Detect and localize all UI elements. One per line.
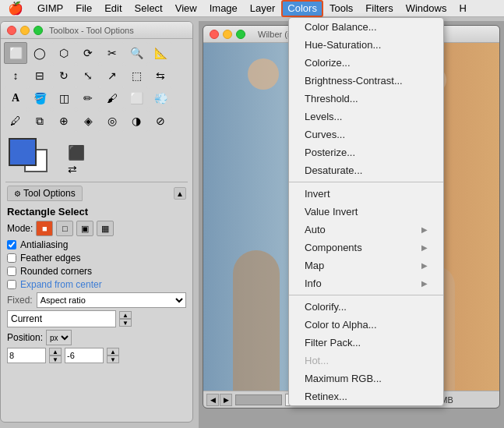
menu-gimp[interactable]: GIMP — [31, 0, 69, 17]
foreground-color-swatch[interactable] — [9, 138, 37, 166]
scroll-left-button[interactable]: ◀ — [206, 394, 219, 406]
expand-checkbox[interactable] — [7, 280, 16, 289]
menu-auto[interactable]: Auto ▶ — [289, 221, 443, 239]
mode-replace-button[interactable]: ■ — [36, 221, 53, 236]
tool-perspective-clone[interactable]: ◈ — [76, 110, 100, 132]
tool-bucket-fill[interactable]: 🪣 — [28, 87, 51, 109]
scroll-right-button[interactable]: ▶ — [220, 394, 232, 406]
menu-filter-pack[interactable]: Filter Pack... — [289, 334, 443, 352]
menu-retinex[interactable]: Retinex... — [289, 387, 443, 405]
menu-desaturate[interactable]: Desaturate... — [289, 161, 443, 179]
tool-flip[interactable]: ⇆ — [149, 65, 172, 87]
menu-levels[interactable]: Levels... — [289, 108, 443, 126]
tool-heal[interactable]: ⊕ — [52, 110, 76, 132]
scrollbar-thumb[interactable] — [235, 394, 282, 405]
tool-airbrush[interactable]: 💨 — [149, 87, 172, 109]
menu-image[interactable]: Image — [203, 0, 244, 17]
menubar: 🍎 GIMP File Edit Select View Image Layer… — [0, 0, 504, 17]
tool-rotate[interactable]: ↻ — [52, 65, 76, 87]
tool-shear[interactable]: ↗ — [100, 65, 124, 87]
tool-text[interactable]: A — [4, 87, 27, 109]
menu-select[interactable]: Select — [129, 0, 169, 17]
mode-subtract-button[interactable]: ▣ — [76, 221, 93, 236]
tool-rect-select[interactable]: ⬜ — [4, 42, 27, 64]
y-step-down[interactable]: ▼ — [107, 355, 119, 363]
image-close-button[interactable] — [210, 30, 219, 39]
menu-filters[interactable]: Filters — [359, 0, 399, 17]
menu-tools[interactable]: Tools — [323, 0, 359, 17]
tool-zoom[interactable]: 🔍 — [125, 42, 148, 64]
antialiasing-checkbox[interactable] — [7, 240, 16, 249]
tool-ink[interactable]: 🖊 — [4, 110, 27, 132]
image-minimize-button[interactable] — [223, 30, 232, 39]
components-label: Components — [305, 242, 362, 253]
maximize-button[interactable] — [33, 26, 43, 35]
menu-file[interactable]: File — [69, 0, 98, 17]
fixed-select[interactable]: Aspect ratio — [37, 292, 186, 308]
tool-measure[interactable]: 📐 — [149, 42, 172, 64]
tool-scissors[interactable]: ✂ — [100, 42, 124, 64]
panel-maximize-button[interactable]: ▲ — [174, 187, 186, 200]
tool-smudge[interactable]: ⊘ — [149, 110, 172, 132]
menu-windows[interactable]: Windows — [400, 0, 453, 17]
current-step-up[interactable]: ▲ — [119, 311, 132, 319]
menu-help[interactable]: H — [453, 0, 472, 17]
menu-value-invert[interactable]: Value Invert — [289, 203, 443, 221]
tool-scale[interactable]: ⤡ — [76, 65, 100, 87]
menu-color-to-alpha[interactable]: Color to Alpha... — [289, 316, 443, 334]
position-x-input[interactable] — [7, 348, 46, 363]
menu-edit[interactable]: Edit — [98, 0, 128, 17]
tool-blend[interactable]: ◫ — [52, 87, 76, 109]
menu-view[interactable]: View — [169, 0, 203, 17]
menu-posterize[interactable]: Posterize... — [289, 143, 443, 161]
menu-invert[interactable]: Invert — [289, 185, 443, 203]
menu-brightness-contrast[interactable]: Brightness-Contrast... — [289, 72, 443, 90]
tool-clone[interactable]: ⧉ — [28, 110, 51, 132]
apple-menu[interactable]: 🍎 — [0, 1, 31, 16]
menu-threshold[interactable]: Threshold... — [289, 90, 443, 108]
current-input-row: ▲ ▼ — [7, 310, 186, 327]
menu-color-balance[interactable]: Color Balance... — [289, 18, 443, 36]
menu-hue-saturation[interactable]: Hue-Saturation... — [289, 36, 443, 54]
tool-options-tab[interactable]: ⚙ Tool Options — [7, 186, 83, 201]
menu-layer[interactable]: Layer — [244, 0, 282, 17]
current-input[interactable] — [7, 310, 116, 327]
menu-colors[interactable]: Colors — [281, 0, 323, 17]
menu-components[interactable]: Components ▶ — [289, 239, 443, 256]
current-step-down[interactable]: ▼ — [119, 319, 132, 327]
tool-eraser[interactable]: ⬜ — [125, 87, 148, 109]
tool-perspective[interactable]: ⬚ — [125, 65, 148, 87]
feather-checkbox[interactable] — [7, 253, 16, 263]
close-button[interactable] — [7, 26, 16, 35]
x-step-down[interactable]: ▼ — [49, 355, 62, 363]
tool-options-panel: ⚙ Tool Options ▲ Rectangle Select Mode: … — [7, 186, 186, 363]
menu-colorify[interactable]: Colorify... — [289, 298, 443, 316]
tool-fuzzy-select[interactable]: ⟳ — [76, 42, 100, 64]
tool-ellipse-select[interactable]: ◯ — [28, 42, 51, 64]
mode-intersect-button[interactable]: ▦ — [97, 221, 114, 236]
mode-add-button[interactable]: □ — [56, 221, 73, 236]
menu-info[interactable]: Info ▶ — [289, 274, 443, 292]
y-step-up[interactable]: ▲ — [107, 348, 119, 355]
image-maximize-button[interactable] — [236, 30, 245, 39]
menu-curves[interactable]: Curves... — [289, 126, 443, 143]
menu-colorize[interactable]: Colorize... — [289, 54, 443, 72]
position-y-input[interactable] — [65, 348, 104, 363]
tool-blur[interactable]: ◎ — [100, 110, 124, 132]
rounded-checkbox[interactable] — [7, 267, 16, 276]
curves-label: Curves... — [305, 129, 345, 140]
tool-move[interactable]: ↕ — [4, 65, 27, 87]
tool-paintbrush[interactable]: 🖌 — [100, 87, 124, 109]
reset-colors-icon[interactable]: ⬛ — [68, 144, 85, 161]
brightness-contrast-label: Brightness-Contrast... — [305, 75, 403, 87]
minimize-button[interactable] — [20, 26, 30, 35]
tool-pencil[interactable]: ✏ — [76, 87, 100, 109]
tool-align[interactable]: ⊟ — [28, 65, 51, 87]
tool-dodge[interactable]: ◑ — [125, 110, 148, 132]
tool-free-select[interactable]: ⬡ — [52, 42, 76, 64]
menu-maximum-rgb[interactable]: Maximum RGB... — [289, 370, 443, 387]
position-unit-select[interactable]: px — [46, 330, 72, 345]
x-step-up[interactable]: ▲ — [49, 348, 62, 355]
swap-colors-icon[interactable]: ⇄ — [68, 163, 85, 175]
menu-map[interactable]: Map ▶ — [289, 256, 443, 274]
